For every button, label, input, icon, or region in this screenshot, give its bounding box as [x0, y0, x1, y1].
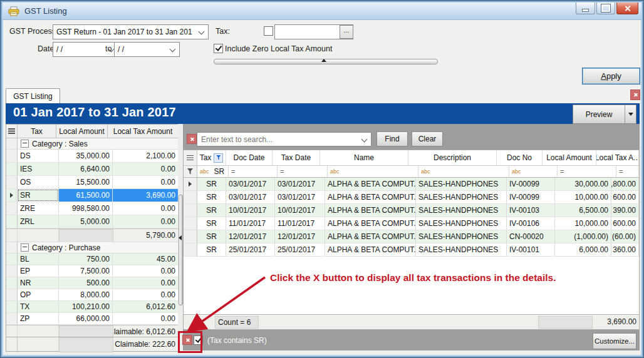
cell-local-amount[interactable]: 15,500.00 — [59, 176, 113, 188]
splitter-handle[interactable] — [179, 195, 183, 305]
cell-name[interactable]: ALPHA & BETA COMPUT... — [325, 243, 416, 256]
cell-local-tax-amount[interactable]: 0.00 — [113, 176, 179, 188]
cell-local-amount[interactable]: 750.00 — [59, 253, 113, 265]
cell-doc-no[interactable]: CN-00020 — [507, 230, 555, 243]
cell-local-tax-amount[interactable]: 2,100.00 — [113, 150, 179, 162]
filter-cell-description[interactable]: abc — [418, 166, 509, 177]
cell-local-tax-amount[interactable]: 0.00 — [113, 313, 179, 324]
cell-tax-date[interactable]: 10/01/2017 — [275, 204, 325, 217]
cell-description[interactable]: SALES-HANDPHONES — [416, 217, 507, 230]
column-header-tax[interactable]: Tax — [18, 125, 56, 138]
filter-cell-local-amount[interactable]: = — [558, 166, 616, 177]
table-row[interactable]: EP 7,500.00 0.00 — [6, 265, 179, 277]
splitter-collapse-icon[interactable] — [321, 59, 326, 62]
cell-tax[interactable]: SR — [197, 217, 226, 230]
cell-name[interactable]: ALPHA & BETA COMPUT... — [325, 217, 416, 230]
cell-doc-no[interactable]: IV-00099 — [507, 191, 555, 203]
column-header-local-amount[interactable]: Local Amount — [56, 125, 108, 138]
active-filter-icon[interactable] — [214, 153, 223, 163]
cell-tax[interactable]: BL — [18, 253, 59, 265]
cell-description[interactable]: SALES-HANDPHONES — [416, 191, 507, 203]
customize-button[interactable]: Customize... — [593, 333, 636, 349]
table-row[interactable]: NR 500.00 0.00 — [6, 277, 179, 289]
column-chooser-button[interactable] — [6, 125, 18, 138]
cell-local-amount[interactable]: (1,000.00) — [555, 230, 611, 243]
column-header-local-amount[interactable]: Local Amount — [543, 150, 596, 165]
cell-local-tax-amount[interactable]: 0.00 — [113, 277, 179, 289]
table-row[interactable]: OS 15,500.00 0.00 — [6, 176, 179, 189]
column-header-name[interactable]: Name — [320, 150, 408, 165]
filter-cell-name[interactable]: abc — [328, 166, 418, 177]
cell-tax[interactable]: SR — [197, 243, 226, 256]
cell-doc-date[interactable]: 10/01/2017 — [226, 204, 275, 217]
table-row[interactable]: SR 03/01/2017 03/01/2017 ALPHA & BETA CO… — [184, 191, 639, 204]
cell-doc-no[interactable]: IV-00099 — [507, 178, 555, 190]
cell-local-amount[interactable]: 6,640.00 — [59, 163, 113, 175]
table-row-selected[interactable]: SR 61,500.00 3,690.00 — [6, 189, 179, 202]
filter-cell-doc-no[interactable]: abc — [509, 166, 558, 177]
cell-name[interactable]: ALPHA & BETA COMPUT... — [325, 191, 416, 203]
cell-tax[interactable]: NR — [18, 277, 59, 289]
table-row[interactable]: ZRL 5,000.00 0.00 — [6, 215, 179, 228]
filter-icon[interactable] — [184, 166, 197, 177]
cell-local-tax-amount[interactable]: 600.00 — [611, 217, 639, 230]
column-header-local-tax-amount[interactable]: Local Tax Amount — [108, 125, 179, 138]
table-row[interactable]: DS 35,000.00 2,100.00 — [6, 150, 179, 163]
cell-description[interactable]: SALES-HANDPHONES — [416, 204, 507, 217]
cell-doc-date[interactable]: 11/01/2017 — [226, 217, 275, 230]
gst-process-select[interactable]: GST Return - 01 Jan 2017 to 31 Jan 201 — [53, 24, 209, 39]
search-input[interactable] — [197, 133, 371, 146]
collapse-icon[interactable] — [21, 140, 29, 148]
cell-tax[interactable]: EP — [18, 265, 59, 277]
cell-doc-no[interactable]: IV-00106 — [507, 217, 555, 230]
column-header-description[interactable]: Description — [408, 150, 497, 165]
cell-local-tax-amount[interactable]: 360.00 — [611, 243, 639, 256]
apply-button[interactable]: Apply — [582, 68, 640, 84]
cell-local-tax-amount[interactable]: 6,012.60 — [113, 301, 179, 312]
filter-cell-tax[interactable]: abc SR — [197, 166, 229, 177]
maximize-button[interactable] — [596, 3, 615, 14]
cell-tax[interactable]: ZRE — [18, 202, 59, 215]
cell-tax[interactable]: ZRL — [18, 215, 59, 228]
table-row[interactable]: ZP 66,000.00 0.00 — [6, 313, 179, 325]
filter-cell-local-tax[interactable]: = — [616, 166, 639, 177]
filter-cell-tax-date[interactable]: = — [278, 166, 328, 177]
tab-gst-listing[interactable]: GST Listing — [6, 88, 60, 104]
cell-tax-date[interactable]: 12/01/2017 — [275, 230, 325, 243]
cell-doc-no[interactable]: IV-00101 — [507, 243, 555, 256]
table-row[interactable]: SR 10/01/2017 10/01/2017 ALPHA & BETA CO… — [184, 204, 639, 217]
cell-local-amount[interactable]: 66,000.00 — [59, 313, 113, 324]
include-zero-checkbox[interactable] — [214, 44, 223, 53]
column-header-tax-date[interactable]: Tax Date — [273, 150, 320, 165]
cell-tax[interactable]: IES — [18, 163, 59, 175]
cell-description[interactable]: SALES-HANDPHONES — [416, 230, 507, 243]
cell-tax-date[interactable]: 11/01/2017 — [275, 217, 325, 230]
panel-splitter[interactable] — [178, 124, 183, 350]
cell-doc-date[interactable]: 25/01/2017 — [226, 243, 275, 256]
find-button[interactable]: Find — [377, 131, 408, 146]
cell-doc-date[interactable]: 03/01/2017 — [226, 191, 275, 203]
table-row[interactable]: IES 6,640.00 0.00 — [6, 163, 179, 176]
cell-local-amount[interactable]: 6,000.00 — [555, 243, 611, 256]
cell-local-amount[interactable]: 10,000.00 — [555, 217, 611, 230]
table-row[interactable]: OP 8,000.00 0.00 — [6, 289, 179, 301]
search-close-button[interactable] — [187, 134, 197, 144]
cell-local-amount[interactable]: 61,500.00 — [59, 189, 113, 202]
cell-local-tax-amount[interactable]: 600.00 — [611, 191, 639, 203]
table-row[interactable]: SR 11/01/2017 11/01/2017 ALPHA & BETA CO… — [184, 217, 639, 230]
cell-name[interactable]: ALPHA & BETA COMPUT... — [325, 204, 416, 217]
collapse-icon[interactable] — [21, 243, 29, 252]
cell-tax[interactable]: SR — [18, 189, 59, 202]
cell-description[interactable]: SALES-HANDPHONES — [416, 178, 507, 190]
cell-tax-date[interactable]: 25/01/2017 — [275, 243, 325, 256]
date-to-select[interactable]: / / — [114, 42, 180, 57]
table-row[interactable]: SR 25/01/2017 25/01/2017 ALPHA & BETA CO… — [184, 243, 639, 257]
column-header-doc-date[interactable]: Doc Date — [226, 150, 273, 165]
table-row[interactable]: SR 12/01/2017 12/01/2017 ALPHA & BETA CO… — [184, 230, 639, 243]
cell-tax[interactable]: OS — [18, 176, 59, 188]
cell-doc-no[interactable]: IV-00103 — [507, 204, 555, 217]
minimize-button[interactable] — [576, 3, 595, 14]
cell-tax-date[interactable]: 03/01/2017 — [275, 178, 325, 190]
cell-tax[interactable]: TX — [18, 301, 59, 312]
cell-local-amount[interactable]: 35,000.00 — [59, 150, 113, 162]
